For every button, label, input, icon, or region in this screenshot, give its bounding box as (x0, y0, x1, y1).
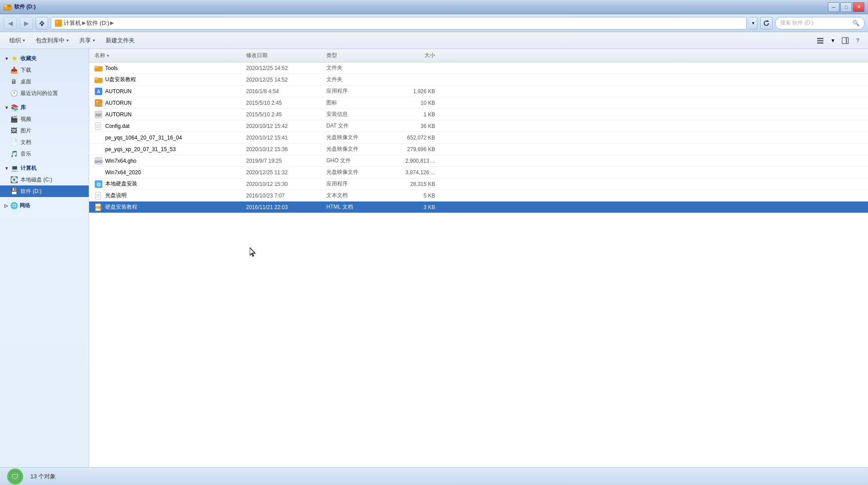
file-size: 3 KB (385, 204, 439, 210)
svg-text:GHO: GHO (95, 160, 103, 164)
desktop-icon: 🖥 (10, 78, 18, 86)
table-row[interactable]: 光盘说明 2016/10/23 7:07 文本文档 5 KB (89, 190, 868, 201)
file-type: 文本文档 (323, 192, 385, 199)
favorites-section: ▼ ★ 收藏夹 📥 下载 🖥 桌面 🕐 最近访问的位置 (0, 53, 89, 99)
computer-header[interactable]: ▼ 💻 计算机 (0, 162, 89, 174)
file-type: 应用程序 (323, 180, 385, 188)
library-header[interactable]: ▼ 📚 库 (0, 102, 89, 113)
address-computer: 计算机 (64, 19, 81, 27)
file-name: Win7x64_2020 (91, 169, 243, 177)
titlebar-left: 软件 (D:) (4, 3, 36, 11)
titlebar-controls: ─ □ ✕ (828, 2, 864, 12)
main-container: ▼ ★ 收藏夹 📥 下载 🖥 桌面 🕐 最近访问的位置 ▼ 📚 库 (0, 49, 868, 467)
table-row[interactable]: Win7x64_2020 2020/12/25 11:32 光盘映像文件 3,8… (89, 167, 868, 178)
table-row[interactable]: 💿 本地硬盘安装 2020/10/12 15:30 应用程序 28,315 KB (89, 178, 868, 190)
file-type: DAT 文件 (323, 122, 385, 130)
table-row[interactable]: HTML 硬盘安装教程 2016/11/21 22:03 HTML 文档 3 K… (89, 201, 868, 213)
file-icon (95, 145, 103, 153)
file-date: 2015/5/10 2:45 (243, 111, 323, 118)
images-icon: 🖼 (10, 127, 18, 135)
file-icon: GHO (95, 157, 103, 165)
file-type: 光盘映像文件 (323, 145, 385, 153)
svg-rect-8 (817, 40, 823, 41)
col-size-header[interactable]: 大小 (385, 52, 439, 59)
file-icon (95, 134, 103, 142)
svg-rect-20 (95, 99, 102, 107)
sidebar: ▼ ★ 收藏夹 📥 下载 🖥 桌面 🕐 最近访问的位置 ▼ 📚 库 (0, 49, 89, 467)
close-button[interactable]: ✕ (853, 2, 864, 12)
sidebar-item-recent[interactable]: 🕐 最近访问的位置 (0, 87, 89, 99)
svg-rect-5 (56, 21, 58, 23)
table-row[interactable]: U盘安装教程 2020/12/25 14:52 文件夹 (89, 74, 868, 86)
sidebar-item-desktop[interactable]: 🖥 桌面 (0, 76, 89, 87)
search-bar[interactable]: 搜索 软件 (D:) 🔍 (775, 17, 864, 29)
address-icon (55, 20, 62, 27)
svg-text:INF: INF (95, 113, 102, 117)
table-row[interactable]: pe_yqs_xp_20_07_31_15_53 2020/10/12 15:3… (89, 144, 868, 155)
file-list-container: 名称 ▾ 修改日期 类型 大小 Tools 2020/12/25 14:52 文… (89, 49, 868, 467)
file-type: 光盘映像文件 (323, 169, 385, 176)
network-header[interactable]: ▷ 🌐 网络 (0, 200, 89, 211)
svg-text:A: A (97, 89, 100, 94)
favorites-icon: ★ (11, 54, 19, 62)
library-icon: 📚 (11, 103, 19, 111)
up-button[interactable] (36, 17, 48, 29)
table-row[interactable]: pe_yqs_1064_20_07_31_16_04 2020/10/12 15… (89, 132, 868, 144)
preview-pane-button[interactable] (839, 35, 851, 46)
table-row[interactable]: Config.dat 2020/10/12 15:42 DAT 文件 36 KB (89, 120, 868, 132)
file-size: 5 KB (385, 193, 439, 199)
sidebar-item-local-d[interactable]: 💾 软件 (D:) (0, 185, 89, 197)
help-button[interactable]: ? (852, 35, 864, 46)
include-library-button[interactable]: 包含到库中 ▾ (31, 34, 74, 47)
address-dropdown-btn[interactable]: ▾ (749, 17, 757, 29)
file-date: 2019/9/7 19:25 (243, 158, 323, 164)
sidebar-item-local-c[interactable]: 💽 本地磁盘 (C:) (0, 174, 89, 185)
svg-point-21 (96, 101, 98, 103)
view-list-button[interactable] (815, 35, 826, 46)
new-folder-button[interactable]: 新建文件夹 (101, 34, 140, 47)
file-name: A AUTORUN (91, 87, 243, 95)
col-type-header[interactable]: 类型 (323, 52, 385, 59)
window-icon (4, 3, 12, 11)
library-dropdown-icon: ▾ (66, 38, 69, 43)
file-name: INF AUTORUN (91, 111, 243, 119)
svg-rect-17 (95, 77, 98, 79)
computer-icon: 💻 (11, 164, 19, 172)
search-icon[interactable]: 🔍 (852, 20, 860, 26)
svg-text:HTML: HTML (95, 206, 103, 209)
sidebar-item-docs[interactable]: 📄 文档 (0, 136, 89, 148)
address-bar[interactable]: 计算机 ▶ 软件 (D:) ▶ (51, 17, 747, 29)
sidebar-item-video[interactable]: 🎬 视频 (0, 113, 89, 125)
file-icon (95, 99, 103, 107)
file-name: AUTORUN (91, 99, 243, 107)
file-icon: INF (95, 111, 103, 119)
sidebar-item-images[interactable]: 🖼 图片 (0, 125, 89, 136)
toolbar: 组织 ▾ 包含到库中 ▾ 共享 ▾ 新建文件夹 ▾ ? (0, 32, 868, 49)
col-date-header[interactable]: 修改日期 (243, 52, 323, 59)
file-date: 2020/10/12 15:30 (243, 181, 323, 187)
file-date: 2020/10/12 15:42 (243, 123, 323, 129)
table-row[interactable]: Tools 2020/12/25 14:52 文件夹 (89, 62, 868, 74)
maximize-button[interactable]: □ (840, 2, 852, 12)
share-button[interactable]: 共享 ▾ (74, 34, 100, 47)
favorites-header[interactable]: ▼ ★ 收藏夹 (0, 53, 89, 64)
organize-button[interactable]: 组织 ▾ (4, 34, 30, 47)
file-name: pe_yqs_xp_20_07_31_15_53 (91, 145, 243, 153)
network-icon: 🌐 (10, 201, 18, 210)
name-sort-icon: ▾ (107, 53, 109, 58)
table-row[interactable]: A AUTORUN 2016/1/8 4:54 应用程序 1,926 KB (89, 86, 868, 97)
col-name-header[interactable]: 名称 ▾ (91, 52, 243, 59)
view-dropdown-button[interactable]: ▾ (827, 35, 839, 46)
file-size: 28,315 KB (385, 181, 439, 187)
table-row[interactable]: AUTORUN 2015/5/10 2:45 图标 10 KB (89, 97, 868, 109)
back-button[interactable]: ◀ (4, 17, 17, 29)
sidebar-item-music[interactable]: 🎵 音乐 (0, 148, 89, 160)
network-section: ▷ 🌐 网络 (0, 200, 89, 211)
sidebar-item-downloads[interactable]: 📥 下载 (0, 64, 89, 76)
table-row[interactable]: GHO Win7x64.gho 2019/9/7 19:25 GHO 文件 2,… (89, 155, 868, 167)
forward-button[interactable]: ▶ (20, 17, 33, 29)
minimize-button[interactable]: ─ (828, 2, 839, 12)
table-row[interactable]: INF AUTORUN 2015/5/10 2:45 安装信息 1 KB (89, 109, 868, 120)
refresh-button[interactable] (760, 17, 773, 29)
file-list: Tools 2020/12/25 14:52 文件夹 U盘安装教程 2020/1… (89, 62, 868, 467)
